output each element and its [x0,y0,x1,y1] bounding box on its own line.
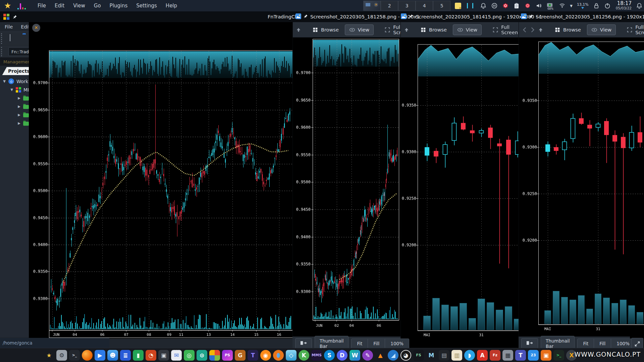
back-icon[interactable] [522,27,528,33]
menu-go[interactable]: Go [94,3,101,9]
dock-firefox-icon[interactable] [82,350,93,361]
dock-fish-app-icon[interactable]: ⬮ [273,350,284,361]
pin-icon[interactable] [409,14,413,19]
dock-metatrader-icon[interactable]: M [426,350,437,361]
dock-terminal-icon[interactable]: >_ [69,350,80,361]
dock-writer-doc-icon[interactable]: ≣ [120,350,131,361]
expand-arrow-icon[interactable]: ▼ [10,88,13,92]
expand-arrow-icon[interactable]: ▼ [3,79,6,83]
close-icon[interactable]: ✕ [32,24,40,32]
fullscreen-button[interactable]: Full Screen [488,22,522,37]
dock-terminal-green-icon[interactable]: >_ [553,350,564,361]
ide-menu-file[interactable]: File [5,24,13,29]
dock-system-settings-icon[interactable]: ⚙ [56,350,67,361]
notification-bell-icon[interactable] [636,2,643,9]
dock-tetris-icon[interactable]: T [248,350,258,361]
dock-screen-capture-icon[interactable]: ⊙ [197,350,207,361]
dock-mail-stamp-icon[interactable]: ✉ [171,350,182,361]
virtual-desktop-3[interactable]: 3 [398,1,416,11]
dock-blender-icon[interactable]: ◉ [260,350,271,361]
fullscreen-button[interactable]: Full Screen [623,22,644,37]
dock-cube-3d-icon[interactable]: ◇ [286,350,297,361]
dock-calendar-icon[interactable]: 23 [528,350,539,361]
menu-help[interactable]: Help [166,3,177,9]
dock-adobe-reader-icon[interactable]: A [477,350,488,361]
wifi-icon[interactable] [559,2,566,9]
caret-down-icon[interactable]: ▼ [570,4,573,8]
dock-sticky-notes-icon[interactable]: ▥ [451,350,462,361]
main-candlestick-chart[interactable] [29,34,292,339]
browse-button[interactable]: Browse [308,25,343,35]
audio-meter-icon[interactable] [466,2,476,9]
virtual-desktop-1[interactable]: ✕ [363,1,381,11]
dock-keepass-icon[interactable]: K [299,350,309,361]
virtual-desktop-2[interactable]: 2 [381,1,398,11]
menu-file[interactable]: File [38,3,46,9]
go-up-icon[interactable] [296,27,302,33]
dock-phpstorm-icon[interactable]: PS [222,350,233,361]
menu-plugins[interactable]: Plugins [110,3,128,9]
expand-arrow-icon[interactable]: ▶ [17,105,21,108]
menu-settings[interactable]: Settings [136,3,157,9]
window-title-entry[interactable]: Screenshot_20220305_181256.png - 1920x10… [521,11,644,22]
pin-icon[interactable] [529,14,533,19]
forward-icon[interactable] [530,27,536,33]
dock-paint-app-icon[interactable]: ✎ [362,350,373,361]
dock-filezilla-icon[interactable]: Fz [490,350,500,361]
browse-button[interactable]: Browse [416,25,451,35]
volume-icon[interactable] [535,2,542,9]
fill-button[interactable]: Fill [368,339,385,348]
fit-button[interactable]: Fit [578,339,594,348]
virtual-desktop-4[interactable]: 4 [416,1,433,11]
redshift-icon[interactable] [524,2,531,9]
dock-calculator-icon[interactable]: ▦ [502,350,513,361]
go-up-icon[interactable] [538,27,544,33]
battery-indicator[interactable]: 13,1% [577,3,589,9]
clock[interactable]: 18:17 05/03/22 [616,1,632,10]
screenshot-tool-icon[interactable]: 68% [546,2,554,10]
fill-button[interactable]: Fill [594,339,611,348]
view-button[interactable]: View [453,24,482,35]
sidebar-toggle-button[interactable] [295,338,312,349]
view-button[interactable]: View [587,24,616,35]
notification-bell-icon[interactable] [480,2,487,9]
dock-teams-icon[interactable]: T [515,350,526,361]
dock-spreadsheet-icon[interactable]: ▮ [133,350,144,361]
window-title-entry[interactable]: FnTradingCh [268,11,298,22]
dock-vlc-icon[interactable]: ▲ [375,350,386,361]
toolbar-drag-handle[interactable] [1,47,5,56]
dock-wireshark-icon[interactable]: ◢ [388,350,398,361]
virtual-desktop-5[interactable]: 5 [433,1,450,11]
sticky-note-icon[interactable] [455,3,461,9]
dock-favorites-star-icon[interactable]: ★ [44,350,54,361]
dock-camera-app-icon[interactable]: ◎ [184,350,195,361]
dock-ms-office-icon[interactable] [209,350,220,361]
menu-view[interactable]: View [73,3,85,9]
favorites-star-icon[interactable]: ★ [4,1,11,10]
sidebar-toggle-button[interactable] [521,338,538,349]
browse-button[interactable]: Browse [550,25,585,35]
dock-keyboard-app-icon[interactable]: ▤ [439,350,449,361]
toolbar-drag-handle[interactable] [1,33,5,44]
new-file-button[interactable] [10,35,17,43]
dock-gimp-icon[interactable]: G [235,350,246,361]
dock-webull-icon[interactable]: W [350,350,360,361]
power-icon[interactable] [604,2,611,9]
menu-edit[interactable]: Edit [55,3,64,9]
clipboard-icon[interactable] [513,2,520,9]
expand-arrow-icon[interactable]: ▶ [17,113,21,117]
dock-movie-studio-icon[interactable]: MMS [311,350,322,361]
view-button[interactable]: View [345,24,374,35]
dock-skype-icon[interactable]: S [324,350,335,361]
dock-discord-icon[interactable]: D [337,350,347,361]
dock-notes-dark-icon[interactable]: ▣ [158,350,169,361]
dock-presentation-icon[interactable]: ◔ [146,350,156,361]
dock-video-player-icon[interactable]: ▶ [95,350,105,361]
dock-bittorrent-icon[interactable]: ◗ [464,350,475,361]
pin-icon[interactable] [13,11,17,22]
expand-arrow-icon[interactable]: ▶ [17,121,21,125]
fit-button[interactable]: Fit [352,339,368,348]
dock-image-viewer-icon[interactable]: ▣ [541,350,551,361]
pin-icon[interactable] [304,14,308,19]
dock-fs-app-icon[interactable]: FS [413,350,424,361]
